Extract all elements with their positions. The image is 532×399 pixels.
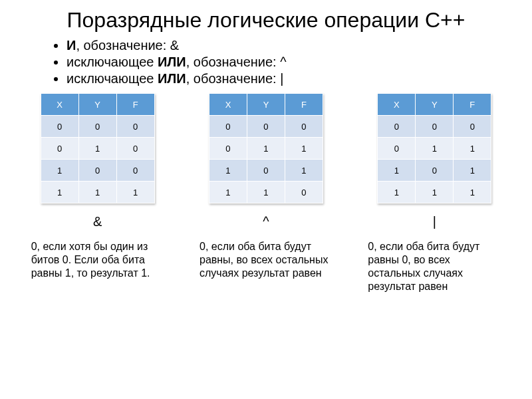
bullet-and-rest: , обозначение: & (76, 38, 179, 53)
table-row: 110 (209, 182, 323, 203)
table-row: 000 (209, 116, 323, 138)
th-x: X (209, 94, 247, 116)
th-x: X (41, 94, 78, 116)
symbol-xor: ^ (200, 214, 332, 229)
th-y: Y (78, 94, 116, 116)
table-row: 111 (41, 182, 154, 203)
table-row: 000 (41, 116, 154, 138)
th-f: F (116, 94, 154, 116)
symbol-or: | (368, 214, 501, 229)
desc-or: 0, если оба бита будут равны 0, во всех … (368, 240, 501, 293)
table-row: 111 (378, 182, 491, 203)
table-header-row: X Y F (41, 94, 154, 116)
bullet-and: И, обозначение: & (66, 38, 532, 53)
bullet-xor-mid: ИЛИ (158, 55, 186, 69)
table-header-row: X Y F (378, 94, 491, 116)
th-y: Y (247, 94, 285, 116)
th-x: X (378, 94, 416, 116)
th-f: F (285, 94, 323, 116)
desc-and: 0, если хотя бы один из битов 0. Если об… (31, 240, 164, 293)
truth-table-and: X Y F 000 010 100 111 (41, 93, 155, 203)
table-row: 100 (41, 160, 154, 182)
table-row: 101 (378, 160, 491, 182)
bullet-xor-pre: исключающее (66, 55, 158, 69)
bullet-or-mid: ИЛИ (158, 71, 186, 86)
table-row: 011 (209, 138, 323, 160)
bullet-xor: исключающее ИЛИ, обозначение: ^ (66, 55, 532, 70)
desc-xor: 0, если оба бита будут равны, во всех ос… (200, 240, 332, 293)
th-y: Y (416, 94, 454, 116)
table-row: 101 (209, 160, 323, 182)
bullet-or-rest: , обозначение: | (186, 71, 284, 86)
table-header-row: X Y F (209, 94, 323, 116)
bullet-list: И, обозначение: & исключающее ИЛИ, обозн… (40, 38, 532, 86)
truth-table-or: X Y F 000 011 101 111 (377, 93, 491, 203)
bullet-or-pre: исключающее (66, 71, 158, 86)
truth-table-xor: X Y F 000 011 101 110 (209, 93, 323, 203)
th-f: F (454, 94, 491, 116)
bullet-or: исключающее ИЛИ, обозначение: | (66, 71, 532, 86)
table-row: 000 (378, 116, 491, 138)
symbol-and: & (31, 214, 164, 229)
bullet-xor-rest: , обозначение: ^ (186, 55, 287, 69)
table-row: 011 (378, 138, 491, 160)
table-row: 010 (41, 138, 154, 160)
bullet-and-strong: И (66, 38, 76, 53)
page-title: Поразрядные логические операции C++ (0, 8, 532, 33)
